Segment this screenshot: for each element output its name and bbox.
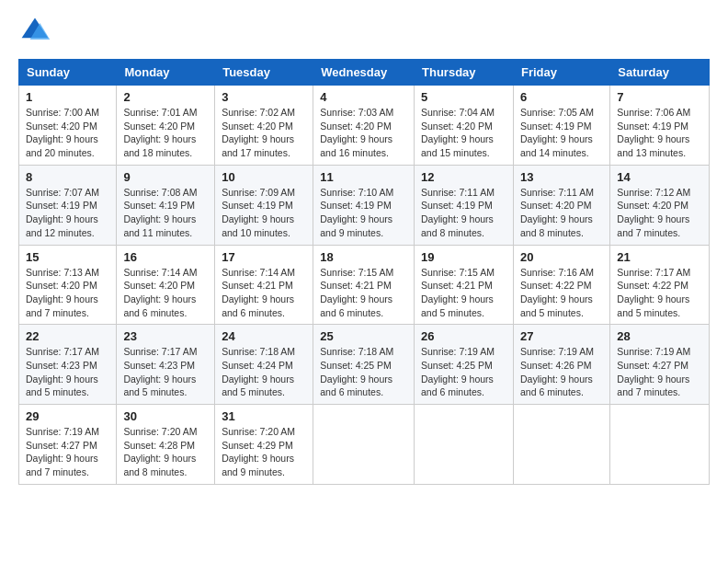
calendar-week-row: 22Sunrise: 7:17 AMSunset: 4:23 PMDayligh… (19, 325, 710, 405)
calendar-cell: 31Sunrise: 7:20 AMSunset: 4:29 PMDayligh… (215, 405, 313, 485)
day-detail: Sunrise: 7:19 AMSunset: 4:27 PMDaylight:… (617, 345, 702, 399)
calendar-cell: 20Sunrise: 7:16 AMSunset: 4:22 PMDayligh… (513, 245, 609, 325)
logo (18, 15, 55, 48)
calendar-cell: 28Sunrise: 7:19 AMSunset: 4:27 PMDayligh… (610, 325, 710, 405)
day-number: 8 (26, 170, 109, 184)
calendar-cell: 21Sunrise: 7:17 AMSunset: 4:22 PMDayligh… (610, 245, 710, 325)
day-detail: Sunrise: 7:18 AMSunset: 4:24 PMDaylight:… (222, 345, 306, 399)
day-number: 4 (320, 90, 407, 104)
day-detail: Sunrise: 7:00 AMSunset: 4:20 PMDaylight:… (26, 106, 109, 160)
calendar-cell: 15Sunrise: 7:13 AMSunset: 4:20 PMDayligh… (19, 245, 117, 325)
day-detail: Sunrise: 7:02 AMSunset: 4:20 PMDaylight:… (222, 106, 306, 160)
day-number: 18 (320, 250, 407, 264)
day-detail: Sunrise: 7:15 AMSunset: 4:21 PMDaylight:… (320, 266, 407, 320)
day-detail: Sunrise: 7:17 AMSunset: 4:22 PMDaylight:… (617, 266, 702, 320)
calendar-week-row: 1Sunrise: 7:00 AMSunset: 4:20 PMDaylight… (19, 86, 710, 166)
calendar-cell: 13Sunrise: 7:11 AMSunset: 4:20 PMDayligh… (513, 165, 609, 245)
day-number: 25 (320, 329, 407, 343)
day-detail: Sunrise: 7:17 AMSunset: 4:23 PMDaylight:… (123, 345, 208, 399)
day-detail: Sunrise: 7:15 AMSunset: 4:21 PMDaylight:… (421, 266, 506, 320)
day-number: 30 (123, 409, 208, 423)
calendar-cell: 18Sunrise: 7:15 AMSunset: 4:21 PMDayligh… (313, 245, 415, 325)
day-detail: Sunrise: 7:08 AMSunset: 4:19 PMDaylight:… (123, 186, 208, 240)
calendar-week-row: 15Sunrise: 7:13 AMSunset: 4:20 PMDayligh… (19, 245, 710, 325)
calendar-day-header: Sunday (19, 60, 117, 86)
calendar-cell: 24Sunrise: 7:18 AMSunset: 4:24 PMDayligh… (215, 325, 313, 405)
calendar-day-header: Friday (513, 60, 609, 86)
day-number: 9 (123, 170, 208, 184)
calendar-cell: 27Sunrise: 7:19 AMSunset: 4:26 PMDayligh… (513, 325, 609, 405)
calendar-cell: 25Sunrise: 7:18 AMSunset: 4:25 PMDayligh… (313, 325, 415, 405)
day-detail: Sunrise: 7:14 AMSunset: 4:20 PMDaylight:… (123, 266, 208, 320)
day-detail: Sunrise: 7:16 AMSunset: 4:22 PMDaylight:… (520, 266, 603, 320)
day-detail: Sunrise: 7:04 AMSunset: 4:20 PMDaylight:… (421, 106, 506, 160)
day-detail: Sunrise: 7:10 AMSunset: 4:19 PMDaylight:… (320, 186, 407, 240)
day-number: 7 (617, 90, 702, 104)
day-number: 2 (123, 90, 208, 104)
calendar-cell: 19Sunrise: 7:15 AMSunset: 4:21 PMDayligh… (415, 245, 514, 325)
day-number: 11 (320, 170, 407, 184)
day-detail: Sunrise: 7:05 AMSunset: 4:19 PMDaylight:… (520, 106, 603, 160)
calendar-cell: 2Sunrise: 7:01 AMSunset: 4:20 PMDaylight… (117, 86, 215, 166)
day-detail: Sunrise: 7:19 AMSunset: 4:27 PMDaylight:… (26, 425, 109, 479)
day-number: 19 (421, 250, 506, 264)
calendar-cell: 1Sunrise: 7:00 AMSunset: 4:20 PMDaylight… (19, 86, 117, 166)
calendar-week-row: 8Sunrise: 7:07 AMSunset: 4:19 PMDaylight… (19, 165, 710, 245)
day-detail: Sunrise: 7:09 AMSunset: 4:19 PMDaylight:… (222, 186, 306, 240)
day-number: 26 (421, 329, 506, 343)
day-detail: Sunrise: 7:17 AMSunset: 4:23 PMDaylight:… (26, 345, 109, 399)
calendar-cell: 10Sunrise: 7:09 AMSunset: 4:19 PMDayligh… (215, 165, 313, 245)
day-detail: Sunrise: 7:20 AMSunset: 4:28 PMDaylight:… (123, 425, 208, 479)
day-number: 13 (520, 170, 603, 184)
day-detail: Sunrise: 7:12 AMSunset: 4:20 PMDaylight:… (617, 186, 702, 240)
calendar-cell: 11Sunrise: 7:10 AMSunset: 4:19 PMDayligh… (313, 165, 415, 245)
day-detail: Sunrise: 7:07 AMSunset: 4:19 PMDaylight:… (26, 186, 109, 240)
calendar-cell: 17Sunrise: 7:14 AMSunset: 4:21 PMDayligh… (215, 245, 313, 325)
day-number: 24 (222, 329, 306, 343)
calendar-cell: 5Sunrise: 7:04 AMSunset: 4:20 PMDaylight… (415, 86, 514, 166)
day-number: 28 (617, 329, 702, 343)
calendar-day-header: Wednesday (313, 60, 415, 86)
calendar-table: SundayMondayTuesdayWednesdayThursdayFrid… (18, 59, 710, 485)
day-number: 1 (26, 90, 109, 104)
calendar-cell: 8Sunrise: 7:07 AMSunset: 4:19 PMDaylight… (19, 165, 117, 245)
day-detail: Sunrise: 7:18 AMSunset: 4:25 PMDaylight:… (320, 345, 407, 399)
day-number: 20 (520, 250, 603, 264)
day-detail: Sunrise: 7:06 AMSunset: 4:19 PMDaylight:… (617, 106, 702, 160)
calendar-cell: 16Sunrise: 7:14 AMSunset: 4:20 PMDayligh… (117, 245, 215, 325)
day-detail: Sunrise: 7:19 AMSunset: 4:26 PMDaylight:… (520, 345, 603, 399)
calendar-cell: 22Sunrise: 7:17 AMSunset: 4:23 PMDayligh… (19, 325, 117, 405)
calendar-cell (415, 405, 514, 485)
day-number: 3 (222, 90, 306, 104)
day-detail: Sunrise: 7:11 AMSunset: 4:20 PMDaylight:… (520, 186, 603, 240)
calendar-cell: 12Sunrise: 7:11 AMSunset: 4:19 PMDayligh… (415, 165, 514, 245)
day-number: 23 (123, 329, 208, 343)
calendar-cell: 3Sunrise: 7:02 AMSunset: 4:20 PMDaylight… (215, 86, 313, 166)
calendar-week-row: 29Sunrise: 7:19 AMSunset: 4:27 PMDayligh… (19, 405, 710, 485)
header (18, 15, 710, 48)
calendar-cell: 7Sunrise: 7:06 AMSunset: 4:19 PMDaylight… (610, 86, 710, 166)
calendar-cell: 14Sunrise: 7:12 AMSunset: 4:20 PMDayligh… (610, 165, 710, 245)
day-number: 5 (421, 90, 506, 104)
day-detail: Sunrise: 7:03 AMSunset: 4:20 PMDaylight:… (320, 106, 407, 160)
day-number: 16 (123, 250, 208, 264)
calendar-cell: 30Sunrise: 7:20 AMSunset: 4:28 PMDayligh… (117, 405, 215, 485)
calendar-header-row: SundayMondayTuesdayWednesdayThursdayFrid… (19, 60, 710, 86)
day-number: 15 (26, 250, 109, 264)
calendar-cell: 23Sunrise: 7:17 AMSunset: 4:23 PMDayligh… (117, 325, 215, 405)
calendar-cell: 6Sunrise: 7:05 AMSunset: 4:19 PMDaylight… (513, 86, 609, 166)
calendar-body: 1Sunrise: 7:00 AMSunset: 4:20 PMDaylight… (19, 86, 710, 485)
day-detail: Sunrise: 7:11 AMSunset: 4:19 PMDaylight:… (421, 186, 506, 240)
day-detail: Sunrise: 7:01 AMSunset: 4:20 PMDaylight:… (123, 106, 208, 160)
calendar-day-header: Tuesday (215, 60, 313, 86)
calendar-cell (610, 405, 710, 485)
calendar-day-header: Monday (117, 60, 215, 86)
day-number: 12 (421, 170, 506, 184)
calendar-cell (313, 405, 415, 485)
logo-icon (18, 15, 51, 48)
day-number: 17 (222, 250, 306, 264)
day-number: 27 (520, 329, 603, 343)
calendar-cell: 26Sunrise: 7:19 AMSunset: 4:25 PMDayligh… (415, 325, 514, 405)
calendar-cell: 29Sunrise: 7:19 AMSunset: 4:27 PMDayligh… (19, 405, 117, 485)
day-number: 22 (26, 329, 109, 343)
